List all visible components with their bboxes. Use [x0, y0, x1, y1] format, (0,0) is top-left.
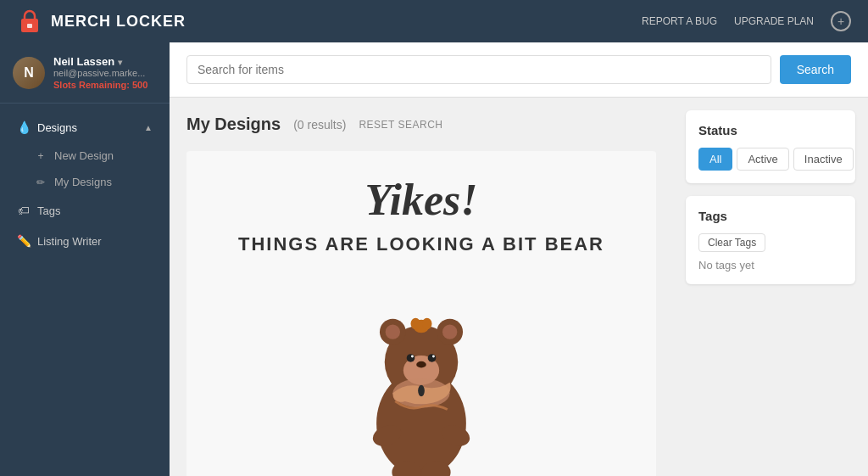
- svg-point-13: [416, 361, 426, 367]
- status-filter-card: Status All Active Inactive: [686, 110, 855, 183]
- designs-title: My Designs: [186, 115, 281, 134]
- search-input[interactable]: [186, 55, 771, 84]
- header-nav: REPORT A BUG UPGRADE PLAN +: [642, 11, 851, 31]
- reset-search-link[interactable]: RESET SEARCH: [359, 119, 442, 131]
- svg-point-11: [411, 355, 414, 357]
- add-button[interactable]: +: [831, 11, 851, 31]
- svg-point-22: [411, 317, 421, 328]
- designs-nav-label: Designs: [37, 121, 137, 134]
- pencil-icon: ✏: [34, 176, 47, 188]
- clear-tags-button[interactable]: Clear Tags: [698, 233, 765, 252]
- empty-subtitle: THINGS ARE LOOKING A BIT BEAR: [238, 233, 604, 255]
- new-design-label: New Design: [54, 149, 114, 162]
- svg-point-15: [418, 384, 425, 395]
- search-button[interactable]: Search: [780, 55, 851, 84]
- no-tags-text: No tags yet: [698, 259, 843, 272]
- upgrade-plan-link[interactable]: UPGRADE PLAN: [734, 15, 814, 27]
- svg-point-23: [422, 317, 432, 328]
- svg-point-6: [386, 324, 400, 339]
- status-inactive-button[interactable]: Inactive: [793, 148, 854, 171]
- svg-point-10: [428, 354, 437, 362]
- plus-icon: +: [34, 150, 47, 162]
- empty-state: Yikes! THINGS ARE LOOKING A BIT BEAR: [186, 151, 656, 476]
- right-sidebar: Status All Active Inactive Tags Clear Ta…: [673, 98, 868, 476]
- user-info[interactable]: N Neil Lassen ▾ neil@passive.marke... Sl…: [0, 42, 170, 104]
- my-designs-label: My Designs: [54, 176, 112, 188]
- user-details: Neil Lassen ▾ neil@passive.marke... Slot…: [53, 55, 157, 90]
- sidebar-item-listing-writer[interactable]: ✏️ Listing Writer: [0, 226, 170, 256]
- chevron-up-icon: ▲: [144, 123, 153, 132]
- drop-icon: 💧: [17, 120, 31, 134]
- user-name: Neil Lassen ▾: [53, 55, 157, 68]
- sidebar-item-my-designs[interactable]: ✏ My Designs: [0, 169, 170, 195]
- listing-writer-label: Listing Writer: [37, 235, 153, 248]
- avatar: N: [13, 57, 45, 89]
- slots-remaining: Slots Remaining: 500: [53, 80, 157, 90]
- header: MERCH LOCKER REPORT A BUG UPGRADE PLAN +: [0, 0, 868, 42]
- chevron-down-icon: ▾: [118, 58, 122, 67]
- designs-area: My Designs (0 results) RESET SEARCH Yike…: [170, 98, 673, 476]
- designs-header: My Designs (0 results) RESET SEARCH: [186, 115, 656, 134]
- sidebar-item-tags[interactable]: 🏷 Tags: [0, 195, 170, 226]
- tags-filter-title: Tags: [698, 209, 843, 223]
- sidebar-item-designs[interactable]: 💧 Designs ▲: [0, 112, 170, 143]
- svg-point-7: [442, 324, 457, 339]
- status-filter-title: Status: [698, 123, 843, 137]
- svg-rect-1: [27, 24, 32, 28]
- svg-point-9: [407, 354, 415, 362]
- status-all-button[interactable]: All: [698, 148, 732, 171]
- svg-point-12: [432, 355, 435, 357]
- layout: N Neil Lassen ▾ neil@passive.marke... Sl…: [0, 42, 868, 476]
- main: Search My Designs (0 results) RESET SEAR…: [170, 42, 868, 476]
- status-active-button[interactable]: Active: [737, 148, 788, 171]
- empty-title: Yikes!: [365, 175, 478, 225]
- sidebar-item-new-design[interactable]: + New Design: [0, 143, 170, 169]
- app-title: MERCH LOCKER: [51, 13, 186, 31]
- tag-icon: 🏷: [17, 204, 31, 217]
- avatar-image: N: [13, 57, 45, 89]
- bear-illustration: [337, 272, 506, 477]
- tags-nav-label: Tags: [37, 204, 153, 217]
- logo: MERCH LOCKER: [17, 8, 642, 34]
- edit-icon: ✏️: [17, 234, 31, 248]
- sidebar: N Neil Lassen ▾ neil@passive.marke... Sl…: [0, 42, 170, 476]
- user-email: neil@passive.marke...: [53, 68, 157, 78]
- nav-section: 💧 Designs ▲ + New Design ✏ My Designs 🏷 …: [0, 104, 170, 265]
- tags-filter-card: Tags Clear Tags No tags yet: [686, 196, 855, 284]
- status-buttons: All Active Inactive: [698, 148, 843, 171]
- content-area: My Designs (0 results) RESET SEARCH Yike…: [170, 98, 868, 476]
- designs-count: (0 results): [293, 118, 346, 132]
- logo-icon: [17, 8, 42, 34]
- search-bar: Search: [170, 42, 868, 98]
- report-bug-link[interactable]: REPORT A BUG: [642, 15, 717, 27]
